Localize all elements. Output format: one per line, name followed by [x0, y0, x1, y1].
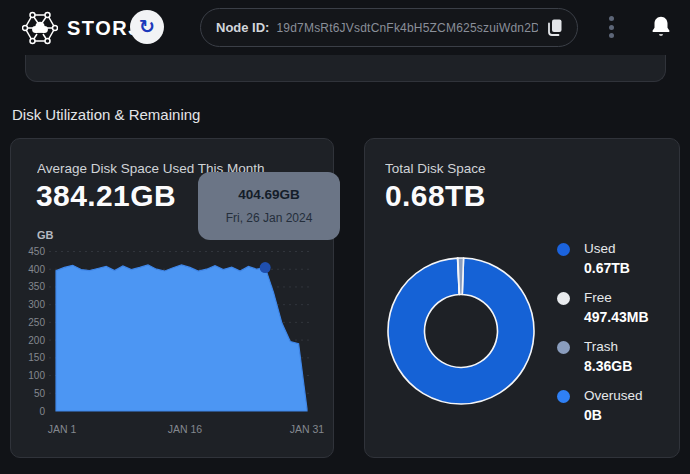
overflow-menu-button[interactable]: [603, 12, 619, 42]
notifications-button[interactable]: [647, 13, 675, 43]
disk-space-donut-chart: [381, 251, 541, 411]
total-disk-title: Total Disk Space: [385, 161, 486, 176]
svg-text:400: 400: [28, 264, 45, 275]
storj-hexagon-icon: [22, 10, 58, 46]
node-id-field[interactable]: Node ID: 19d7MsRt6JVsdtCnFk4bH5ZCM625szu…: [200, 8, 578, 47]
svg-text:0: 0: [39, 406, 45, 417]
legend-label: Free: [584, 290, 649, 305]
svg-text:150: 150: [28, 352, 45, 363]
node-id-value: 19d7MsRt6JVsdtCnFk4bH5ZCM625szuiWdn2DiP6…: [276, 21, 538, 35]
disk-usage-area-chart[interactable]: 050100150200250300350400450JAN 1JAN 16JA…: [11, 243, 335, 443]
tooltip-date: Fri, 26 Jan 2024: [226, 211, 313, 225]
donut-legend: Used 0.67TB Free 497.43MB Trash 8.36GB O…: [557, 241, 649, 423]
tooltip-value: 404.69GB: [238, 187, 300, 202]
node-id-label: Node ID:: [216, 20, 269, 35]
legend-value: 8.36GB: [584, 358, 632, 374]
used-dot-icon: [557, 243, 570, 256]
bell-icon: [648, 14, 674, 40]
svg-text:JAN 16: JAN 16: [168, 423, 203, 435]
trash-dot-icon: [557, 341, 570, 354]
svg-text:50: 50: [34, 388, 46, 399]
refresh-button[interactable]: ↻: [130, 10, 164, 44]
overused-dot-icon: [557, 390, 570, 403]
legend-label: Trash: [584, 339, 632, 354]
legend-label: Overused: [584, 388, 643, 403]
svg-text:300: 300: [28, 299, 45, 310]
legend-item-used: Used 0.67TB: [557, 241, 649, 276]
avg-disk-value: 384.21GB: [36, 179, 176, 213]
copy-icon: [546, 18, 563, 37]
svg-text:450: 450: [28, 246, 45, 257]
copy-node-id-button[interactable]: [546, 18, 563, 37]
app-header: STORJ ↻ Node ID: 19d7MsRt6JVsdtCnFk4bH5Z…: [0, 0, 690, 55]
svg-text:JAN 1: JAN 1: [48, 423, 77, 435]
total-disk-space-card: Total Disk Space 0.68TB Used 0.67TB Free…: [364, 138, 680, 458]
legend-label: Used: [584, 241, 630, 256]
previous-section-card-edge: [25, 55, 666, 82]
svg-text:200: 200: [28, 335, 45, 346]
avg-disk-space-card: Average Disk Space Used This Month 384.2…: [10, 138, 334, 458]
kebab-dot: [609, 25, 614, 30]
section-title: Disk Utilization & Remaining: [12, 106, 200, 123]
free-dot-icon: [557, 292, 570, 305]
refresh-icon: ↻: [139, 17, 155, 36]
kebab-dot: [609, 33, 614, 38]
storj-logo[interactable]: STORJ: [22, 10, 141, 46]
legend-item-trash: Trash 8.36GB: [557, 339, 649, 374]
legend-value: 497.43MB: [584, 309, 649, 325]
svg-text:100: 100: [28, 370, 45, 381]
svg-text:350: 350: [28, 281, 45, 292]
svg-text:JAN 31: JAN 31: [290, 423, 325, 435]
chart-tooltip: 404.69GB Fri, 26 Jan 2024: [198, 172, 340, 240]
y-axis-unit-label: GB: [37, 229, 54, 241]
total-disk-value: 0.68TB: [385, 179, 486, 213]
legend-item-free: Free 497.43MB: [557, 290, 649, 325]
kebab-dot: [609, 16, 614, 21]
legend-value: 0B: [584, 407, 643, 423]
legend-item-overused: Overused 0B: [557, 388, 649, 423]
legend-value: 0.67TB: [584, 260, 630, 276]
svg-text:250: 250: [28, 317, 45, 328]
